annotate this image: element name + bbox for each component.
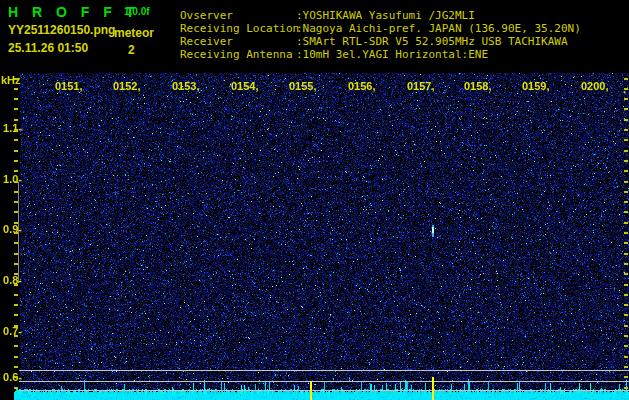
info-label: Receiving Antenna: [180, 48, 296, 61]
y-axis-label: 1.1-: [0, 122, 22, 134]
app-title: H R O F F T: [8, 4, 139, 20]
y-axis-tick-right: [624, 263, 628, 265]
station-info-row: Receiver:SMArt RTL-SDR V5 52.905MHz USB …: [180, 35, 581, 48]
y-axis-tick-right: [624, 191, 628, 193]
meteor-count: 2: [128, 43, 135, 57]
spectrogram-canvas: [14, 73, 629, 400]
left-edge-line: [18, 182, 19, 283]
datetime-label: 25.11.26 01:50: [8, 41, 88, 55]
y-axis-tick: [14, 335, 18, 337]
y-axis-tick: [14, 294, 18, 296]
y-axis-tick-right: [624, 284, 628, 286]
y-axis-tick-right: [624, 294, 628, 296]
output-filename: YY2511260150.png: [8, 23, 115, 37]
y-axis-tick: [14, 345, 18, 347]
y-axis-tick-right: [624, 366, 628, 368]
info-value: :SMArt RTL-SDR V5 52.905MHz USB TACHIKAW…: [296, 35, 568, 48]
info-value: :Nagoya Aichi-pref. JAPAN (136.90E, 35.2…: [296, 22, 581, 35]
y-axis-tick-right: [624, 119, 628, 121]
y-axis-tick-right: [624, 160, 628, 162]
station-info-block: Ovserver:YOSHIKAWA Yasufumi /JG2MLIRecei…: [180, 9, 581, 61]
y-axis-tick: [14, 160, 18, 162]
y-axis-tick: [14, 88, 18, 90]
x-axis-label: 0154,: [231, 80, 259, 92]
y-axis-tick: [14, 376, 18, 378]
x-axis-label: 0159,: [522, 80, 550, 92]
x-axis-label: 0157,: [407, 80, 435, 92]
y-axis-tick-right: [624, 88, 628, 90]
y-axis-tick: [14, 108, 18, 110]
station-info-row: Ovserver:YOSHIKAWA Yasufumi /JG2MLI: [180, 9, 581, 22]
y-axis-tick-right: [624, 108, 628, 110]
info-value: :YOSHIKAWA Yasufumi /JG2MLI: [296, 9, 475, 22]
y-axis-tick-right: [624, 211, 628, 213]
info-label: Receiver: [180, 35, 296, 48]
info-value: :10mH 3el.YAGI Horizontal:ENE: [296, 48, 488, 61]
y-axis-tick-right: [624, 201, 628, 203]
y-axis-tick-right: [624, 273, 628, 275]
carrier-line: [19, 390, 629, 391]
y-axis-unit: kHz: [1, 74, 21, 86]
meteor-event-marker: [310, 381, 312, 400]
y-axis-label: 0.7-: [0, 325, 22, 337]
y-axis-tick-right: [624, 78, 628, 80]
station-info-row: Receiving Antenna:10mH 3el.YAGI Horizont…: [180, 48, 581, 61]
y-axis-tick-right: [624, 232, 628, 234]
y-axis-tick-right: [624, 150, 628, 152]
y-axis-tick-right: [624, 170, 628, 172]
mode-label: meteor: [114, 26, 154, 40]
y-axis-tick-right: [624, 181, 628, 183]
info-label: Receiving Location: [180, 22, 296, 35]
carrier-line: [19, 381, 629, 382]
y-axis-tick-right: [624, 129, 628, 131]
hrofft-window: H R O F F T 1.0.0f YY2511260150.png mete…: [0, 0, 629, 400]
y-axis-tick: [14, 139, 18, 141]
app-version: 1.0.0f: [124, 6, 150, 17]
y-axis-tick: [14, 284, 18, 286]
info-label: Ovserver: [180, 9, 296, 22]
x-axis-label: 0155,: [289, 80, 317, 92]
y-axis-tick-right: [624, 253, 628, 255]
y-axis-tick-right: [624, 242, 628, 244]
y-axis-tick: [14, 129, 18, 131]
y-axis-tick-right: [624, 325, 628, 327]
y-axis-tick: [14, 314, 18, 316]
y-axis-tick-right: [624, 387, 628, 389]
y-axis-tick: [14, 366, 18, 368]
y-axis-tick-right: [624, 314, 628, 316]
x-axis-label: 0153,: [172, 80, 200, 92]
y-axis-tick: [14, 150, 18, 152]
y-axis-tick: [14, 356, 18, 358]
x-axis-label: 0200,: [581, 80, 609, 92]
station-info-row: Receiving Location:Nagoya Aichi-pref. JA…: [180, 22, 581, 35]
meteor-event-marker: [432, 377, 434, 400]
y-axis-tick-right: [624, 345, 628, 347]
x-axis-label: 0156,: [348, 80, 376, 92]
y-axis-tick: [14, 119, 18, 121]
y-axis-tick-right: [624, 356, 628, 358]
y-axis-tick: [14, 325, 18, 327]
y-axis-tick: [14, 78, 18, 80]
y-axis-tick-right: [624, 304, 628, 306]
y-axis-tick: [14, 304, 18, 306]
x-axis-label: 0158,: [464, 80, 492, 92]
y-axis-tick: [14, 170, 18, 172]
y-axis-tick-right: [624, 98, 628, 100]
carrier-line: [19, 370, 629, 371]
x-axis-label: 0151,: [55, 80, 83, 92]
x-axis-label: 0152,: [113, 80, 141, 92]
y-axis-tick-right: [624, 139, 628, 141]
y-axis-tick-right: [624, 222, 628, 224]
y-axis-tick-right: [624, 335, 628, 337]
y-axis-tick: [14, 98, 18, 100]
y-axis-tick-right: [624, 376, 628, 378]
y-axis-tick: [14, 387, 18, 389]
